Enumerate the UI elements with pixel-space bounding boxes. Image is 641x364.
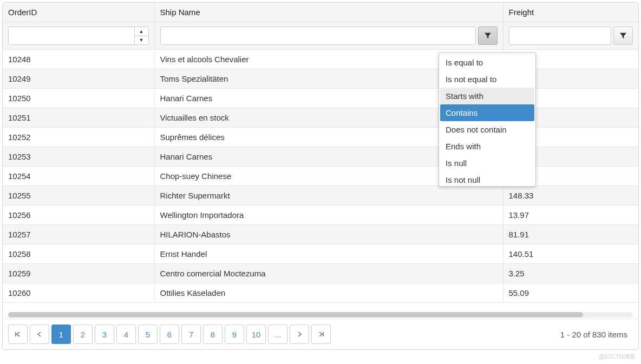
cell-order-id: 10257 bbox=[3, 225, 154, 244]
pager-first[interactable] bbox=[8, 325, 28, 344]
table-row[interactable]: 10252Suprêmes délices bbox=[3, 128, 638, 147]
cell-ship-name: HILARION-Abastos bbox=[154, 225, 503, 244]
pager-page[interactable]: 4 bbox=[116, 325, 136, 344]
cell-freight: 140.51 bbox=[503, 244, 638, 264]
freight-filter-input[interactable] bbox=[509, 27, 612, 44]
cell-order-id: 10250 bbox=[3, 89, 154, 108]
table-row[interactable]: 10255Richter Supermarkt148.33 bbox=[3, 186, 638, 206]
filter-row: ▲ ▼ bbox=[3, 22, 638, 50]
ship-name-filter-input[interactable] bbox=[161, 27, 475, 44]
filter-option[interactable]: Is not equal to bbox=[440, 71, 534, 88]
cell-ship-name: Ernst Handel bbox=[154, 244, 503, 264]
pager-first-icon bbox=[15, 332, 21, 337]
table-row[interactable]: 10248Vins et alcools Chevalier bbox=[3, 50, 638, 69]
header-order-id[interactable]: OrderID bbox=[3, 3, 154, 22]
data-grid: OrderID Ship Name Freight ▲ ▼ bbox=[2, 2, 639, 350]
pager-more[interactable]: ... bbox=[268, 325, 287, 344]
ship-name-filter-wrap bbox=[160, 27, 476, 45]
pager-page[interactable]: 10 bbox=[246, 325, 266, 344]
cell-freight: 55.09 bbox=[503, 283, 638, 303]
table-row[interactable]: 10253Hanari Carnes bbox=[3, 147, 638, 167]
pager-next-icon bbox=[297, 332, 302, 337]
header-row: OrderID Ship Name Freight bbox=[3, 3, 638, 22]
grid-scroll-area[interactable]: OrderID Ship Name Freight ▲ ▼ bbox=[3, 3, 638, 311]
pager-page[interactable]: 7 bbox=[181, 325, 201, 344]
pager-last[interactable] bbox=[311, 325, 331, 344]
filter-option[interactable]: Is equal to bbox=[440, 54, 534, 71]
filter-operator-dropdown: Is equal toIs not equal toStarts withCon… bbox=[439, 52, 536, 187]
cell-freight: 13.97 bbox=[503, 206, 638, 225]
pager-page[interactable]: 1 bbox=[51, 325, 71, 344]
pager-page[interactable]: 9 bbox=[225, 325, 244, 344]
pager-page[interactable]: 2 bbox=[73, 325, 93, 344]
table-row[interactable]: 10256Wellington Importadora13.97 bbox=[3, 206, 638, 225]
table-row[interactable]: 10258Ernst Handel140.51 bbox=[3, 244, 638, 264]
cell-order-id: 10255 bbox=[3, 186, 154, 206]
header-ship-name[interactable]: Ship Name bbox=[154, 3, 503, 22]
cell-order-id: 10248 bbox=[3, 50, 154, 69]
dropdown-scroll[interactable]: Is equal toIs not equal toStarts withCon… bbox=[440, 54, 534, 186]
cell-freight: 148.33 bbox=[503, 186, 638, 206]
header-freight[interactable]: Freight bbox=[503, 3, 638, 22]
grid-table: OrderID Ship Name Freight ▲ ▼ bbox=[3, 3, 638, 303]
table-row[interactable]: 10249Toms Spezialitäten bbox=[3, 69, 638, 89]
freight-filter-button[interactable] bbox=[613, 27, 633, 45]
filter-icon bbox=[484, 32, 492, 39]
order-id-filter-wrap: ▲ ▼ bbox=[8, 27, 149, 45]
pager-page[interactable]: 3 bbox=[95, 325, 114, 344]
table-row[interactable]: 10257HILARION-Abastos81.91 bbox=[3, 225, 638, 244]
filter-option[interactable]: Does not contain bbox=[440, 121, 534, 138]
cell-ship-name: Wellington Importadora bbox=[154, 206, 503, 225]
cell-order-id: 10256 bbox=[3, 206, 154, 225]
pager-page[interactable]: 8 bbox=[203, 325, 223, 344]
cell-order-id: 10254 bbox=[3, 167, 154, 186]
cell-freight: 81.91 bbox=[503, 225, 638, 244]
pager-info: 1 - 20 of 830 items bbox=[560, 330, 633, 339]
table-row[interactable]: 10251Victuailles en stock bbox=[3, 108, 638, 128]
cell-order-id: 10253 bbox=[3, 147, 154, 167]
pager-last-icon bbox=[318, 332, 324, 337]
filter-option[interactable]: Starts with bbox=[440, 88, 534, 104]
filter-option[interactable]: Is null bbox=[440, 155, 534, 171]
table-row[interactable]: 10259Centro comercial Moctezuma3.25 bbox=[3, 264, 638, 283]
cell-order-id: 10251 bbox=[3, 108, 154, 128]
spinner-up-icon[interactable]: ▲ bbox=[135, 27, 148, 36]
order-id-spinner: ▲ ▼ bbox=[134, 27, 148, 44]
filter-option[interactable]: Contains bbox=[440, 104, 534, 121]
filter-option[interactable]: Ends with bbox=[440, 138, 534, 155]
freight-filter-wrap: ▲ ▼ bbox=[509, 27, 612, 45]
cell-ship-name: Centro comercial Moctezuma bbox=[154, 264, 503, 283]
cell-ship-name: Richter Supermarkt bbox=[154, 186, 503, 206]
horizontal-scrollbar-thumb[interactable] bbox=[8, 312, 583, 317]
pager-prev-icon bbox=[37, 332, 42, 337]
cell-freight: 3.25 bbox=[503, 264, 638, 283]
cell-order-id: 10252 bbox=[3, 128, 154, 147]
cell-ship-name: Ottilies Käseladen bbox=[154, 283, 503, 303]
cell-order-id: 10258 bbox=[3, 244, 154, 264]
pager-prev[interactable] bbox=[30, 325, 49, 344]
cell-order-id: 10259 bbox=[3, 264, 154, 283]
table-row[interactable]: 10260Ottilies Käseladen55.09 bbox=[3, 283, 638, 303]
pager-page[interactable]: 5 bbox=[138, 325, 158, 344]
ship-name-filter-button[interactable] bbox=[478, 27, 498, 45]
table-row[interactable]: 10250Hanari Carnes bbox=[3, 89, 638, 108]
table-row[interactable]: 10254Chop-suey Chinese22.98 bbox=[3, 167, 638, 186]
spinner-down-icon[interactable]: ▼ bbox=[135, 36, 148, 45]
pager-next[interactable] bbox=[290, 325, 309, 344]
filter-option[interactable]: Is not null bbox=[440, 171, 534, 186]
cell-order-id: 10249 bbox=[3, 69, 154, 89]
cell-order-id: 10260 bbox=[3, 283, 154, 303]
pager-page[interactable]: 6 bbox=[160, 325, 179, 344]
order-id-filter-input[interactable] bbox=[9, 27, 134, 44]
pager: 12345678910... 1 - 20 of 830 items bbox=[3, 319, 638, 349]
horizontal-scrollbar[interactable] bbox=[3, 311, 638, 319]
filter-icon bbox=[619, 32, 627, 39]
